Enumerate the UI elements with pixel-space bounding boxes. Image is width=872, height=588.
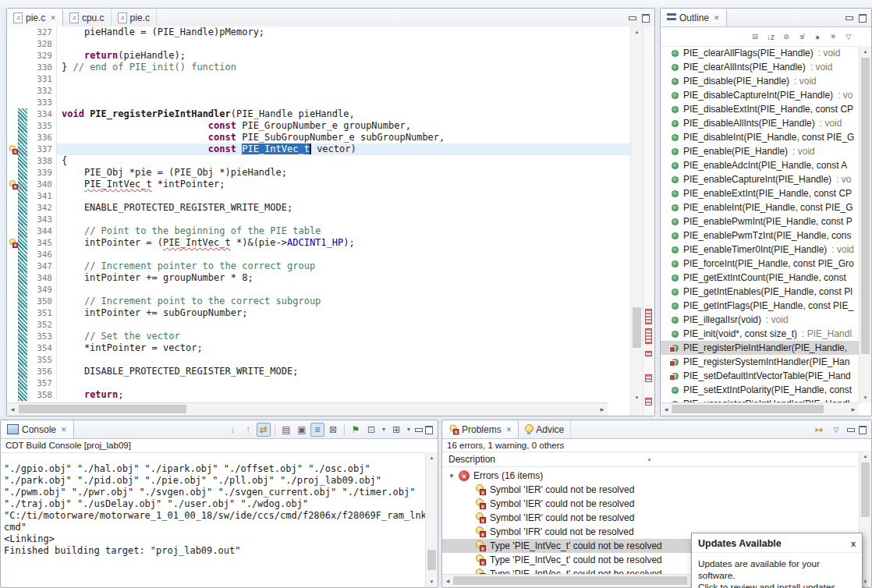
- close-icon[interactable]: ✕: [61, 426, 67, 434]
- code-line[interactable]: 356 DISABLE_PROTECTED_REGISTER_WRITE_MOD…: [7, 366, 630, 377]
- tab-pie-c-2[interactable]: pie.c: [112, 9, 157, 27]
- scroll-left-icon[interactable]: ◀: [661, 403, 672, 416]
- scroll-up-icon[interactable]: ▲: [860, 451, 871, 462]
- outline-item[interactable]: PIE_getExtIntCount(PIE_Handle, const: [661, 271, 859, 285]
- scroll-up-icon[interactable]: ▲: [631, 27, 643, 37]
- code-line[interactable]: 348 intPointer += groupNumber * 8;: [7, 272, 630, 284]
- code-line[interactable]: 340 PIE_IntVec_t *intPointer;: [7, 179, 630, 190]
- code-text[interactable]: intPointer += groupNumber * 8;: [57, 272, 630, 284]
- tab-cpu-c[interactable]: cpu.c: [63, 9, 112, 27]
- maximize-icon[interactable]: [858, 426, 867, 434]
- outline-item[interactable]: PIE_getIntEnables(PIE_Handle, const Pl: [661, 285, 859, 299]
- code-line[interactable]: 339 PIE_Obj *pie = (PIE_Obj *)pieHandle;: [7, 167, 630, 179]
- code-text[interactable]: const PIE_IntVec_t vector): [57, 143, 630, 155]
- code-line[interactable]: 353 // Set the vector: [7, 331, 630, 342]
- code-text[interactable]: const PIE_GroupNumber_e groupNumber,: [57, 120, 630, 132]
- code-text[interactable]: const PIE_SubGroupNumber_e subGroupNumbe…: [57, 132, 630, 143]
- hide-static-icon[interactable]: s̸: [795, 30, 809, 44]
- outline-item[interactable]: PIE_disableAllInts(PIE_Handle) : void: [661, 116, 859, 130]
- scroll-thumb[interactable]: [861, 462, 870, 517]
- code-text[interactable]: [57, 73, 630, 85]
- outline-vscrollbar[interactable]: ▲ ▼: [859, 46, 871, 403]
- sort-icon[interactable]: ↓z: [764, 30, 778, 44]
- code-text[interactable]: return(pieHandle);: [57, 50, 630, 62]
- code-line[interactable]: 334void PIE_registerPieIntHandler(PIE_Ha…: [7, 108, 630, 120]
- code-line[interactable]: 330} // end of PIE_init() function: [7, 62, 630, 73]
- outline-item[interactable]: PIE_enablePwmTzInt(PIE_Handle, cons: [661, 228, 859, 243]
- outline-item[interactable]: PIE_setDefaultIntVectorTable(PIE_Hand: [661, 369, 859, 383]
- code-line[interactable]: 341: [7, 190, 630, 202]
- outline-item[interactable]: PIE_clearAllFlags(PIE_Handle) : void: [661, 46, 859, 60]
- code-text[interactable]: [57, 190, 630, 202]
- pin-console-icon[interactable]: ⚑: [349, 423, 363, 437]
- scroll-down-icon[interactable]: ▼: [631, 392, 643, 403]
- scroll-thumb[interactable]: [19, 405, 186, 413]
- code-text[interactable]: PIE_IntVec_t *intPointer;: [57, 179, 630, 190]
- scroll-down-icon[interactable]: ▼: [860, 392, 871, 403]
- tab-advice[interactable]: Advice: [519, 420, 571, 438]
- outline-item[interactable]: PIE_registerSystemIntHandler(PIE_Han: [661, 355, 859, 369]
- scroll-to-top-icon[interactable]: ↑: [241, 423, 255, 437]
- outline-item[interactable]: PIE_getIntFlags(PIE_Handle, const PIE_: [661, 299, 859, 313]
- outline-item[interactable]: PIE_init(void*, const size_t) : PIE_Hand…: [661, 327, 859, 341]
- code-line[interactable]: 327 pieHandle = (PIE_Handle)pMemory;: [7, 27, 630, 38]
- outline-item[interactable]: PIE_enableAdcInt(PIE_Handle, const A: [661, 158, 859, 172]
- code-line[interactable]: 343: [7, 214, 630, 225]
- tab-outline[interactable]: Outline ✕: [661, 9, 727, 27]
- code-text[interactable]: [57, 377, 630, 389]
- filter-icon[interactable]: ↦: [812, 423, 826, 437]
- outline-item[interactable]: PIE_enableTimer0Int(PIE_Handle) : void: [661, 243, 859, 257]
- error-overview-mark[interactable]: [645, 328, 652, 344]
- outline-item[interactable]: PIE_disableExtInt(PIE_Handle, const CP: [661, 102, 859, 116]
- code-text[interactable]: {: [57, 155, 630, 167]
- minimize-icon[interactable]: [846, 426, 855, 434]
- code-text[interactable]: [57, 38, 630, 50]
- code-line[interactable]: 342 ENABLE_PROTECTED_REGISTER_WRITE_MODE…: [7, 202, 630, 214]
- code-text[interactable]: // Point to the beginning of the PIE tab…: [57, 225, 630, 237]
- console-vscrollbar[interactable]: ▲ ▼: [425, 452, 438, 587]
- popup-body[interactable]: Updates are available for your software.…: [692, 553, 862, 588]
- tab-console[interactable]: Console ✕: [1, 420, 74, 438]
- error-marker-icon[interactable]: [8, 145, 16, 154]
- hide-inactive-icon[interactable]: ✳: [826, 30, 840, 44]
- open-console-menu-icon[interactable]: ▾: [405, 423, 413, 437]
- scroll-up-icon[interactable]: ▲: [426, 452, 438, 463]
- tab-problems[interactable]: Problems ✕: [442, 420, 519, 438]
- save-console-icon[interactable]: ▤: [279, 423, 293, 437]
- code-line[interactable]: 351 intPointer += subGroupNumber;: [7, 307, 630, 319]
- open-console-icon[interactable]: ⊞: [389, 423, 403, 437]
- updates-available-popup[interactable]: Updates Available x Updates are availabl…: [691, 533, 863, 588]
- error-overview-mark[interactable]: [645, 351, 652, 356]
- code-text[interactable]: // Increment pointer to the correct grou…: [57, 260, 630, 272]
- code-text[interactable]: } // end of PIE_init() function: [57, 62, 630, 73]
- outline-item[interactable]: PIE_registerPieIntHandler(PIE_Handle,: [661, 341, 859, 355]
- scroll-left-icon[interactable]: ◀: [7, 403, 18, 416]
- collapse-all-icon[interactable]: ⊟: [748, 30, 762, 44]
- scroll-up-icon[interactable]: ▲: [860, 46, 871, 57]
- maximize-icon[interactable]: [641, 14, 650, 22]
- code-line[interactable]: 350 // Increment point to the correct su…: [7, 296, 630, 307]
- outline-item[interactable]: PIE_disable(PIE_Handle) : void: [661, 74, 859, 88]
- outline-item[interactable]: PIE_setExtIntPolarity(PIE_Handle, const: [661, 383, 859, 397]
- code-line[interactable]: 337 const PIE_IntVec_t vector): [7, 143, 630, 155]
- code-line[interactable]: 335 const PIE_GroupNumber_e groupNumber,: [7, 120, 630, 132]
- code-line[interactable]: 358 return;: [7, 389, 630, 401]
- editor-hscrollbar[interactable]: ◀ ▶: [7, 402, 608, 416]
- code-line[interactable]: 349: [7, 284, 630, 296]
- view-menu-icon[interactable]: ▽: [842, 30, 856, 44]
- outline-item[interactable]: PIE_forceInt(PIE_Handle, const PIE_Gro: [661, 257, 859, 271]
- error-overview-mark[interactable]: [645, 398, 652, 406]
- chevron-down-icon[interactable]: ▼: [448, 473, 455, 480]
- outline-hscrollbar[interactable]: ◀ ▶: [661, 402, 859, 416]
- error-overview-mark[interactable]: [645, 309, 652, 324]
- code-text[interactable]: PIE_Obj *pie = (PIE_Obj *)pieHandle;: [57, 167, 630, 179]
- scroll-right-icon[interactable]: ▶: [597, 403, 608, 416]
- outline-item[interactable]: PIE_disableCaptureInt(PIE_Handle) : vo: [661, 88, 859, 102]
- code-text[interactable]: [57, 214, 630, 225]
- outline-item[interactable]: PIE_disableInt(PIE_Handle, const PIE_G: [661, 130, 859, 144]
- tab-pie-c[interactable]: pie.c ✕: [7, 9, 63, 27]
- outline-item[interactable]: PIE_enableInt(PIE_Handle, const PIE_G: [661, 200, 859, 214]
- code-text[interactable]: [57, 85, 630, 97]
- code-editor[interactable]: 327 pieHandle = (PIE_Handle)pMemory;3283…: [7, 27, 630, 416]
- code-line[interactable]: 345 intPointer = (PIE_IntVec_t *)&(pie->…: [7, 237, 630, 249]
